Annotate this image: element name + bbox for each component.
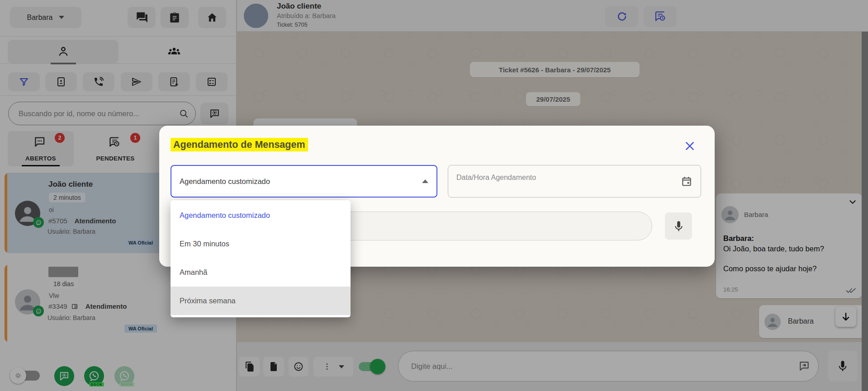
caret-up-icon bbox=[422, 179, 428, 183]
schedule-type-dropdown: Agendamento customizado Em 30 minutos Am… bbox=[171, 200, 351, 317]
calendar-icon[interactable] bbox=[681, 175, 693, 187]
close-icon[interactable] bbox=[684, 140, 696, 152]
mic-icon bbox=[673, 220, 685, 232]
app-window: Barbara bbox=[0, 0, 868, 391]
schedule-datetime-field[interactable]: Data/Hora Agendamento bbox=[448, 165, 701, 198]
dropdown-option-next-week[interactable]: Próxima semana bbox=[171, 287, 351, 315]
dropdown-option-30min[interactable]: Em 30 minutos bbox=[171, 230, 351, 258]
schedule-type-select[interactable]: Agendamento customizado bbox=[171, 165, 437, 198]
schedule-type-value: Agendamento customizado bbox=[180, 177, 270, 186]
modal-title: Agendamento de Mensagem bbox=[171, 139, 308, 151]
schedule-datetime-label: Data/Hora Agendamento bbox=[456, 174, 536, 182]
dropdown-option-tomorrow[interactable]: Amanhã bbox=[171, 258, 351, 287]
dropdown-option-custom[interactable]: Agendamento customizado bbox=[171, 201, 351, 230]
schedule-record-audio-button[interactable] bbox=[665, 212, 692, 240]
